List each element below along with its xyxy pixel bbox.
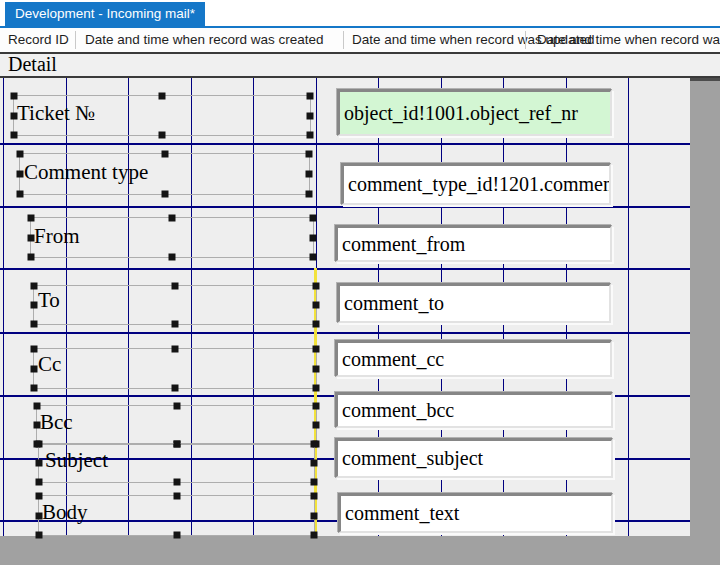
- selection-handle[interactable]: [306, 171, 313, 178]
- selection-to-label[interactable]: [33, 285, 317, 325]
- selection-handle[interactable]: [307, 112, 314, 119]
- field-comment-bcc[interactable]: comment_bcc: [335, 392, 613, 428]
- selection-handle[interactable]: [31, 365, 38, 372]
- selection-handle[interactable]: [313, 422, 320, 429]
- grid-vline: [628, 78, 629, 536]
- selection-bcc-label[interactable]: [36, 405, 317, 445]
- band-title: Detail: [8, 54, 57, 75]
- selection-handle[interactable]: [17, 151, 24, 158]
- design-surface[interactable]: Ticket № Comment type From To Cc Bcc Sub…: [0, 78, 690, 536]
- selection-handle[interactable]: [311, 512, 318, 519]
- field-columns-bar: Record ID Date and time when record was …: [0, 28, 720, 52]
- field-comment-cc[interactable]: comment_cc: [335, 340, 612, 377]
- selection-handle[interactable]: [31, 385, 38, 392]
- selection-handle[interactable]: [310, 254, 317, 261]
- document-tab[interactable]: Development - Incoming mail*: [5, 2, 205, 26]
- selection-handle[interactable]: [306, 191, 313, 198]
- selection-handle[interactable]: [31, 346, 38, 353]
- label-cc[interactable]: Cc: [38, 352, 61, 377]
- label-body[interactable]: Body: [42, 500, 88, 525]
- selection-handle[interactable]: [36, 460, 43, 467]
- detail-band-header[interactable]: Detail: [0, 52, 720, 78]
- band-shadow: [690, 78, 720, 81]
- selection-handle[interactable]: [173, 532, 180, 539]
- label-comment-type[interactable]: Comment type: [24, 160, 148, 185]
- selection-handle[interactable]: [313, 346, 320, 353]
- selection-handle[interactable]: [173, 441, 180, 448]
- field-column-divider: [343, 31, 344, 49]
- grid-hline: [0, 143, 690, 145]
- selection-handle[interactable]: [313, 283, 320, 290]
- field-comment-to[interactable]: comment_to: [337, 283, 611, 323]
- selection-handle[interactable]: [311, 460, 318, 467]
- selection-handle[interactable]: [173, 479, 180, 486]
- selection-handle[interactable]: [310, 215, 317, 222]
- selection-handle[interactable]: [169, 254, 176, 261]
- selection-handle[interactable]: [172, 283, 179, 290]
- grid-hline: [0, 332, 690, 334]
- selection-handle[interactable]: [311, 493, 318, 500]
- tab-strip: Development - Incoming mail*: [0, 0, 720, 28]
- selection-handle[interactable]: [313, 321, 320, 328]
- selection-handle[interactable]: [36, 479, 43, 486]
- selection-handle[interactable]: [28, 215, 35, 222]
- selection-handle[interactable]: [11, 132, 18, 139]
- field-column-divider: [525, 31, 526, 49]
- selection-handle[interactable]: [17, 191, 24, 198]
- selection-handle[interactable]: [313, 403, 320, 410]
- grid-vline: [3, 78, 4, 536]
- selection-handle[interactable]: [159, 93, 166, 100]
- selection-handle[interactable]: [311, 532, 318, 539]
- field-comment-text[interactable]: comment_text: [338, 493, 613, 533]
- field-comment-type[interactable]: comment_type_id!1201.commen: [341, 163, 611, 205]
- selection-handle[interactable]: [310, 234, 317, 241]
- selection-handle[interactable]: [313, 385, 320, 392]
- field-object-ref-nr[interactable]: object_id!1001.object_ref_nr: [337, 89, 612, 136]
- selection-handle[interactable]: [36, 441, 43, 448]
- field-column-created[interactable]: Date and time when record was created: [85, 28, 324, 52]
- field-comment-subject[interactable]: comment_subject: [335, 438, 613, 478]
- label-bcc[interactable]: Bcc: [40, 410, 73, 435]
- selection-handle[interactable]: [311, 479, 318, 486]
- selection-handle[interactable]: [36, 532, 43, 539]
- selection-handle[interactable]: [161, 191, 168, 198]
- field-column-closed[interactable]: Date and time when record was clos: [537, 28, 720, 52]
- selection-handle[interactable]: [31, 302, 38, 309]
- selection-handle[interactable]: [172, 346, 179, 353]
- selection-handle[interactable]: [11, 93, 18, 100]
- grid-hline: [0, 206, 690, 208]
- selection-handle[interactable]: [169, 215, 176, 222]
- selection-handle[interactable]: [307, 93, 314, 100]
- selection-handle[interactable]: [159, 132, 166, 139]
- selection-handle[interactable]: [36, 493, 43, 500]
- label-to[interactable]: To: [38, 288, 60, 313]
- selection-handle[interactable]: [172, 385, 179, 392]
- field-comment-from[interactable]: comment_from: [335, 225, 612, 262]
- selection-handle[interactable]: [306, 151, 313, 158]
- selection-handle[interactable]: [313, 365, 320, 372]
- label-subject[interactable]: Subject: [45, 448, 108, 473]
- selection-handle[interactable]: [307, 132, 314, 139]
- selection-handle[interactable]: [28, 254, 35, 261]
- label-ticket[interactable]: Ticket №: [17, 101, 95, 126]
- selection-handle[interactable]: [313, 302, 320, 309]
- selection-handle[interactable]: [31, 283, 38, 290]
- selection-handle[interactable]: [173, 493, 180, 500]
- field-column-divider: [75, 31, 76, 49]
- selection-cc-label[interactable]: [33, 348, 317, 389]
- selection-handle[interactable]: [161, 151, 168, 158]
- selection-handle[interactable]: [311, 441, 318, 448]
- selection-handle[interactable]: [17, 171, 24, 178]
- designer-workspace: Ticket № Comment type From To Cc Bcc Sub…: [0, 78, 720, 565]
- label-from[interactable]: From: [34, 224, 80, 249]
- selection-handle[interactable]: [172, 321, 179, 328]
- field-column-record-id[interactable]: Record ID: [8, 28, 69, 52]
- selection-handle[interactable]: [31, 321, 38, 328]
- selection-handle[interactable]: [173, 403, 180, 410]
- grid-hline: [0, 268, 690, 270]
- selection-handle[interactable]: [34, 403, 41, 410]
